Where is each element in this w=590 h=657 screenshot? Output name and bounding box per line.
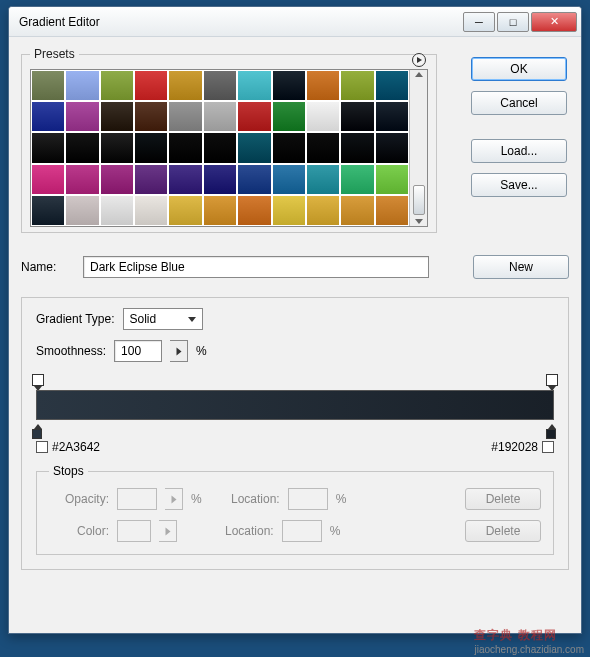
scroll-thumb[interactable] bbox=[413, 185, 425, 215]
name-row: Name: New bbox=[21, 255, 569, 279]
preset-swatch[interactable] bbox=[375, 101, 409, 132]
smoothness-spinner[interactable] bbox=[170, 340, 188, 362]
scroll-up-icon[interactable] bbox=[415, 72, 423, 77]
preset-swatch[interactable] bbox=[340, 70, 374, 101]
color-stop-left[interactable] bbox=[32, 424, 44, 438]
hex-left: #2A3642 bbox=[36, 440, 100, 454]
preset-swatch[interactable] bbox=[168, 101, 202, 132]
color-stop-right[interactable] bbox=[546, 424, 558, 438]
ok-button[interactable]: OK bbox=[471, 57, 567, 81]
preset-swatch[interactable] bbox=[168, 164, 202, 195]
new-button[interactable]: New bbox=[473, 255, 569, 279]
cancel-button[interactable]: Cancel bbox=[471, 91, 567, 115]
preset-swatch[interactable] bbox=[306, 195, 340, 226]
presets-group: Presets bbox=[21, 47, 437, 233]
gradient-type-select[interactable]: Solid bbox=[123, 308, 203, 330]
delete-opacity-button: Delete bbox=[465, 488, 541, 510]
gradient-bar[interactable] bbox=[36, 390, 554, 420]
preset-swatch[interactable] bbox=[134, 132, 168, 163]
preset-swatch[interactable] bbox=[31, 164, 65, 195]
save-button[interactable]: Save... bbox=[471, 173, 567, 197]
close-button[interactable]: ✕ bbox=[531, 12, 577, 32]
hex-right: #192028 bbox=[491, 440, 554, 454]
preset-swatch[interactable] bbox=[306, 101, 340, 132]
preset-swatch[interactable] bbox=[375, 164, 409, 195]
preset-swatch[interactable] bbox=[306, 164, 340, 195]
preset-swatch[interactable] bbox=[134, 70, 168, 101]
preset-swatch[interactable] bbox=[237, 164, 271, 195]
name-input[interactable] bbox=[83, 256, 429, 278]
dialog-content: Presets OK Cancel Load... Save... Name: … bbox=[9, 37, 581, 582]
preset-swatch[interactable] bbox=[375, 132, 409, 163]
preset-swatch[interactable] bbox=[134, 164, 168, 195]
stops-group: Stops Opacity: % Location: % Delete Colo… bbox=[36, 464, 554, 555]
preset-swatch[interactable] bbox=[272, 195, 306, 226]
opacity-stop-left[interactable] bbox=[32, 374, 44, 388]
load-button[interactable]: Load... bbox=[471, 139, 567, 163]
preset-swatch[interactable] bbox=[203, 101, 237, 132]
preset-swatch[interactable] bbox=[65, 164, 99, 195]
preset-swatch[interactable] bbox=[272, 164, 306, 195]
preset-swatch[interactable] bbox=[65, 132, 99, 163]
preset-swatch[interactable] bbox=[237, 70, 271, 101]
preset-swatch[interactable] bbox=[272, 101, 306, 132]
hex-row: #2A3642 #192028 bbox=[36, 440, 554, 454]
opacity-input bbox=[117, 488, 157, 510]
preset-swatch[interactable] bbox=[237, 132, 271, 163]
preset-swatch[interactable] bbox=[65, 70, 99, 101]
preset-swatch[interactable] bbox=[65, 101, 99, 132]
preset-swatch[interactable] bbox=[272, 70, 306, 101]
color-spinner bbox=[159, 520, 177, 542]
presets-menu-icon[interactable] bbox=[412, 53, 426, 67]
preset-swatch[interactable] bbox=[100, 132, 134, 163]
opacity-stop-right[interactable] bbox=[546, 374, 558, 388]
preset-swatch[interactable] bbox=[375, 70, 409, 101]
preset-swatch[interactable] bbox=[237, 101, 271, 132]
preset-swatch[interactable] bbox=[168, 70, 202, 101]
preset-swatch[interactable] bbox=[340, 195, 374, 226]
preset-swatch[interactable] bbox=[306, 70, 340, 101]
color-location-input bbox=[282, 520, 322, 542]
color-stop-row: Color: % Location: % Delete bbox=[49, 520, 541, 542]
preset-swatch[interactable] bbox=[203, 132, 237, 163]
minimize-button[interactable]: ─ bbox=[463, 12, 495, 32]
scroll-down-icon[interactable] bbox=[415, 219, 423, 224]
smoothness-input[interactable]: 100 bbox=[114, 340, 162, 362]
preset-swatch[interactable] bbox=[272, 132, 306, 163]
preset-swatch[interactable] bbox=[375, 195, 409, 226]
preset-swatch[interactable] bbox=[100, 101, 134, 132]
maximize-button[interactable]: □ bbox=[497, 12, 529, 32]
preset-swatch[interactable] bbox=[31, 101, 65, 132]
scrollbar[interactable] bbox=[409, 70, 427, 226]
preset-swatch[interactable] bbox=[340, 101, 374, 132]
percent-label: % bbox=[196, 344, 207, 358]
preset-swatch[interactable] bbox=[100, 195, 134, 226]
percent-label: % bbox=[191, 492, 202, 506]
preset-swatch[interactable] bbox=[340, 164, 374, 195]
preset-swatch[interactable] bbox=[31, 195, 65, 226]
preset-swatch[interactable] bbox=[306, 132, 340, 163]
preset-swatch[interactable] bbox=[134, 195, 168, 226]
preset-swatch[interactable] bbox=[203, 195, 237, 226]
bucket-icon bbox=[36, 441, 48, 453]
gradient-editor-dialog: Gradient Editor ─ □ ✕ Presets OK Cance bbox=[8, 6, 582, 634]
preset-swatch[interactable] bbox=[134, 101, 168, 132]
smoothness-row: Smoothness: 100 % bbox=[36, 340, 554, 362]
preset-swatch[interactable] bbox=[31, 132, 65, 163]
gradient-type-row: Gradient Type: Solid bbox=[36, 308, 554, 330]
preset-swatch[interactable] bbox=[65, 195, 99, 226]
preset-swatch[interactable] bbox=[237, 195, 271, 226]
gradient-type-label: Gradient Type: bbox=[36, 312, 115, 326]
stops-legend: Stops bbox=[49, 464, 88, 478]
titlebar[interactable]: Gradient Editor ─ □ ✕ bbox=[9, 7, 581, 37]
preset-swatch[interactable] bbox=[203, 70, 237, 101]
preset-swatch[interactable] bbox=[168, 195, 202, 226]
preset-swatch[interactable] bbox=[203, 164, 237, 195]
preset-swatch[interactable] bbox=[100, 164, 134, 195]
gradient-group: Gradient Type: Solid Smoothness: 100 % bbox=[21, 297, 569, 570]
window-title: Gradient Editor bbox=[19, 15, 100, 29]
preset-swatch[interactable] bbox=[168, 132, 202, 163]
preset-swatch[interactable] bbox=[340, 132, 374, 163]
preset-swatch[interactable] bbox=[31, 70, 65, 101]
preset-swatch[interactable] bbox=[100, 70, 134, 101]
